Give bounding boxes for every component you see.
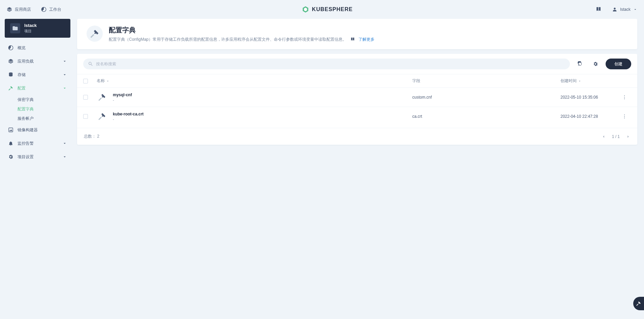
table-row: kube-root-ca.crt - ca.crt 2022-04-10 22:… (77, 107, 637, 126)
nav-label: 项目设置 (18, 154, 62, 160)
image-icon (8, 127, 13, 133)
project-type: 项目 (24, 29, 37, 34)
topbar: 应用商店 工作台 KUBESPHERE lstack (0, 0, 644, 19)
gear-icon (593, 61, 598, 67)
brand-logo-icon (302, 6, 309, 13)
project-card[interactable]: lstack 项目 (5, 19, 70, 38)
page-icon (87, 26, 103, 42)
row-icon (97, 92, 107, 103)
chevron-down-icon (62, 154, 67, 159)
nav-secrets[interactable]: 保密字典 (18, 95, 70, 104)
refresh-icon (577, 61, 583, 67)
chevron-down-icon (62, 141, 67, 146)
nav-storage[interactable]: 存储 (5, 68, 70, 81)
dashboard-icon (41, 7, 46, 12)
nav-label: 应用负载 (18, 59, 62, 64)
next-page-button[interactable] (626, 134, 631, 139)
project-name: lstack (24, 23, 37, 28)
row-field: ca.crt (412, 114, 560, 119)
user-name: lstack (620, 7, 631, 12)
col-name-header[interactable]: 名称 (97, 78, 412, 84)
hammer-icon (8, 85, 13, 91)
row-more-button[interactable] (622, 114, 627, 119)
gear-icon (8, 154, 13, 160)
arrow-right-icon (626, 134, 631, 139)
row-more-button[interactable] (622, 95, 627, 100)
brand-text: KUBESPHERE (312, 6, 353, 12)
nav-workloads[interactable]: 应用负载 (5, 55, 70, 68)
select-all-checkbox[interactable] (83, 79, 88, 83)
list-footer: 总数： 2 1 / 1 (77, 128, 637, 145)
topbar-left: 应用商店 工作台 (7, 7, 61, 12)
book-icon (595, 6, 602, 12)
refresh-button[interactable] (575, 59, 585, 69)
docs-button[interactable] (593, 4, 604, 15)
row-desc: - (113, 117, 143, 121)
nav-image-builder[interactable]: 镜像构建器 (5, 123, 70, 137)
user-icon (612, 7, 617, 12)
brand[interactable]: KUBESPHERE (302, 6, 353, 13)
sort-icon (106, 79, 109, 83)
book-icon (350, 37, 355, 42)
layers-icon (8, 59, 13, 64)
chevron-up-icon (62, 86, 67, 91)
nav-config-children: 保密字典 配置字典 服务帐户 (5, 95, 70, 123)
nav-label: 概览 (18, 45, 67, 51)
nav-label: 配置 (18, 85, 62, 91)
project-icon (10, 23, 20, 33)
row-created: 2022-05-10 15:35:06 (560, 95, 618, 100)
searchbox[interactable] (83, 59, 570, 69)
learn-more-link[interactable]: 了解更多 (358, 37, 375, 42)
nav-label: 存储 (18, 72, 62, 78)
help-fab[interactable] (633, 297, 644, 310)
nav-label: 镜像构建器 (18, 127, 67, 133)
arrow-left-icon (601, 134, 606, 139)
chevron-down-icon (62, 72, 67, 77)
main: 配置字典 配置字典（ConfigMap）常用于存储工作负载所需的配置信息，许多应… (77, 19, 637, 164)
nav-overview[interactable]: 概览 (5, 41, 70, 55)
hammer-icon (90, 29, 100, 39)
page-title: 配置字典 (109, 26, 375, 35)
row-checkbox[interactable] (83, 95, 88, 100)
hammer-icon (636, 301, 641, 306)
table-row: mysql-cnf - custom.cnf 2022-05-10 15:35:… (77, 87, 637, 107)
nav-serviceaccounts[interactable]: 服务帐户 (18, 114, 70, 123)
row-field: custom.cnf (412, 95, 560, 100)
settings-button[interactable] (590, 59, 601, 69)
appstore-label: 应用商店 (15, 7, 31, 12)
nav-configmaps[interactable]: 配置字典 (18, 104, 70, 114)
prev-page-button[interactable] (601, 134, 606, 139)
nav-monitoring[interactable]: 监控告警 (5, 137, 70, 150)
topbar-right: lstack (593, 4, 637, 15)
search-input[interactable] (96, 62, 565, 66)
row-name[interactable]: mysql-cnf (113, 93, 132, 97)
list-card: 创建 名称 字段 创建时间 mysql-cnf (77, 54, 637, 145)
page-indicator: 1 / 1 (612, 134, 620, 139)
more-icon (622, 114, 627, 119)
sort-icon (578, 79, 581, 83)
dashboard-icon (8, 45, 13, 50)
row-icon (97, 111, 107, 122)
row-name[interactable]: kube-root-ca.crt (113, 112, 143, 116)
nav-config[interactable]: 配置 (5, 81, 70, 95)
user-menu[interactable]: lstack (612, 7, 637, 12)
nav-label: 监控告警 (18, 141, 62, 146)
layers-icon (7, 7, 12, 12)
nav: 概览 应用负载 存储 配置 保密字典 配置字典 服务帐户 (5, 41, 70, 164)
hammer-icon (98, 93, 106, 102)
nav-project-settings[interactable]: 项目设置 (5, 150, 70, 164)
row-created: 2022-04-10 22:47:28 (560, 114, 618, 119)
appstore-link[interactable]: 应用商店 (7, 7, 31, 12)
bell-icon (8, 141, 13, 146)
page-header: 配置字典 配置字典（ConfigMap）常用于存储工作负载所需的配置信息，许多应… (77, 19, 637, 49)
topbar-center: KUBESPHERE (61, 6, 593, 13)
row-checkbox[interactable] (83, 114, 88, 119)
hammer-icon (98, 112, 106, 121)
create-button[interactable]: 创建 (606, 59, 631, 69)
workbench-link[interactable]: 工作台 (41, 7, 61, 12)
col-created-header[interactable]: 创建时间 (560, 78, 618, 84)
database-icon (8, 72, 13, 77)
chevron-down-icon (633, 7, 637, 11)
total-count: 总数： 2 (84, 134, 99, 139)
row-desc: - (113, 98, 132, 102)
